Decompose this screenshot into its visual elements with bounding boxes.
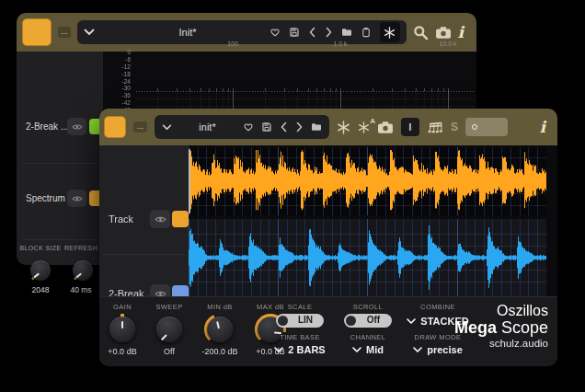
refresh-label: REFRESH bbox=[59, 245, 103, 251]
gain-label: GAIN bbox=[101, 303, 143, 311]
freeze-button[interactable] bbox=[380, 22, 400, 42]
chevron-down-icon bbox=[407, 318, 416, 324]
min-db-knob[interactable] bbox=[204, 314, 235, 345]
refresh-knob[interactable] bbox=[71, 259, 95, 282]
toggle-knob bbox=[346, 316, 356, 326]
window-menu-button[interactable]: ... bbox=[58, 27, 71, 38]
source-label: 2-Break ... bbox=[26, 121, 68, 132]
vertical-scrollbar[interactable] bbox=[189, 149, 190, 213]
prev-preset-icon[interactable] bbox=[280, 121, 288, 133]
input-monitor-button[interactable]: I bbox=[401, 118, 419, 136]
time-base-dropdown[interactable]: 2 BARS bbox=[274, 344, 326, 355]
desktop: ... Init* bbox=[0, 0, 585, 392]
favorite-heart-icon[interactable] bbox=[243, 121, 254, 133]
scale-group: SCALE LIN TIME BASE 2 BARS bbox=[274, 303, 326, 355]
scroll-label: SCROLL bbox=[342, 303, 394, 311]
copy-icon[interactable] bbox=[361, 27, 372, 38]
brand-tagline: schulz.audio bbox=[454, 337, 548, 350]
lane-color-chip[interactable] bbox=[172, 211, 189, 227]
channel-value: Mid bbox=[366, 344, 384, 355]
snapshot-camera-icon[interactable] bbox=[377, 121, 394, 134]
block-size-value: 2048 bbox=[18, 285, 63, 294]
gain-value: +0.0 dB bbox=[101, 347, 143, 356]
min-db-group: MIN dB -200.0 dB bbox=[199, 303, 241, 356]
sweep-value: Off bbox=[148, 347, 190, 356]
fg-sidebar: Track 2-Break ... bbox=[99, 145, 189, 296]
next-preset-icon[interactable] bbox=[325, 27, 333, 38]
app-logo-button[interactable] bbox=[104, 116, 126, 138]
sweep-knob[interactable] bbox=[154, 314, 185, 345]
toggle-knob bbox=[278, 316, 288, 326]
divider bbox=[103, 254, 185, 255]
snapshot-camera-icon[interactable] bbox=[435, 26, 452, 40]
brand-rest: Scope bbox=[497, 318, 548, 337]
min-db-value: -200.0 dB bbox=[199, 347, 241, 356]
chevron-down-icon[interactable] bbox=[84, 29, 95, 36]
scale-value: LIN bbox=[291, 315, 320, 325]
auto-freeze-snowflake-icon[interactable]: A bbox=[358, 121, 370, 133]
channel-dropdown[interactable]: Mid bbox=[342, 344, 394, 355]
brand-line2: Mega Scope bbox=[454, 318, 548, 337]
gain-group: GAIN +0.0 dB bbox=[101, 303, 143, 356]
next-preset-icon[interactable] bbox=[295, 121, 304, 133]
scroll-toggle[interactable]: Off bbox=[344, 314, 392, 328]
window-menu-button[interactable]: ... bbox=[133, 121, 147, 133]
circle-dot-icon bbox=[472, 124, 477, 130]
time-base-label: TIME BASE bbox=[274, 333, 326, 341]
mega-scope-window: ... init* A bbox=[99, 109, 557, 366]
solo-button[interactable]: S bbox=[451, 121, 458, 133]
db-tick-label: -12 bbox=[103, 63, 131, 70]
sweep-group: SWEEP Off bbox=[148, 303, 190, 356]
refresh-value: 40 ms bbox=[59, 285, 103, 294]
chevron-down-icon bbox=[274, 347, 283, 352]
db-tick-label: 0 bbox=[103, 49, 131, 55]
preset-name: init* bbox=[179, 121, 235, 133]
brand-line1: Oszillos bbox=[454, 303, 548, 318]
favorite-heart-icon[interactable] bbox=[270, 27, 281, 38]
db-tick-label: -42 bbox=[103, 99, 131, 106]
chevron-down-icon bbox=[352, 347, 361, 352]
channel-label: CHANNEL bbox=[342, 333, 394, 341]
bg-sidebar: 2-Break ... Spectrum 2 BLOCK SIZE REFRES… bbox=[17, 52, 103, 265]
lane-label: Track bbox=[109, 213, 133, 225]
visibility-eye-button[interactable] bbox=[150, 210, 170, 228]
app-logo-button[interactable] bbox=[22, 18, 52, 46]
chevron-down-icon[interactable] bbox=[162, 124, 172, 131]
folder-icon[interactable] bbox=[311, 121, 322, 133]
scale-toggle[interactable]: LIN bbox=[276, 314, 324, 328]
fg-titlebar: ... init* A bbox=[99, 109, 557, 145]
save-icon[interactable] bbox=[261, 121, 272, 133]
min-db-label: MIN dB bbox=[199, 303, 241, 311]
source-label: Spectrum 2 bbox=[26, 193, 73, 203]
track-waveform-canvas[interactable] bbox=[189, 147, 546, 215]
block-size-label: BLOCK SIZE bbox=[18, 245, 63, 251]
prev-preset-icon[interactable] bbox=[308, 27, 316, 38]
info-icon[interactable]: i bbox=[540, 120, 545, 135]
break-waveform-canvas[interactable] bbox=[189, 219, 546, 296]
preset-field[interactable]: init* bbox=[155, 115, 329, 139]
knob-cap bbox=[30, 260, 51, 281]
freq-tick-label: 10.0 k bbox=[430, 40, 466, 47]
preset-name: Init* bbox=[123, 27, 252, 38]
folder-icon[interactable] bbox=[341, 27, 352, 38]
db-tick-label: -18 bbox=[103, 71, 131, 77]
db-tick-label: -24 bbox=[103, 78, 131, 85]
freeze-snowflake-icon[interactable] bbox=[337, 121, 350, 134]
scroll-group: SCROLL Off CHANNEL Mid bbox=[342, 303, 394, 355]
scroll-value: Off bbox=[359, 315, 388, 325]
block-size-knob[interactable] bbox=[29, 259, 52, 282]
range-indicator-box[interactable] bbox=[465, 118, 508, 136]
time-base-value: 2 BARS bbox=[288, 344, 325, 355]
visibility-eye-button[interactable] bbox=[67, 190, 86, 207]
divider bbox=[22, 163, 98, 164]
visibility-eye-button[interactable] bbox=[67, 118, 86, 135]
save-icon[interactable] bbox=[289, 27, 300, 38]
gain-knob[interactable] bbox=[107, 314, 138, 345]
search-zoom-icon[interactable] bbox=[413, 25, 429, 40]
scale-label: SCALE bbox=[274, 303, 326, 311]
auto-superscript: A bbox=[370, 117, 375, 125]
info-icon[interactable]: i bbox=[458, 25, 464, 40]
musical-notes-icon[interactable] bbox=[427, 121, 443, 133]
bottom-control-bar: GAIN +0.0 dB SWEEP Off MIN dB -200.0 dB … bbox=[99, 296, 557, 366]
sweep-label: SWEEP bbox=[148, 303, 190, 311]
